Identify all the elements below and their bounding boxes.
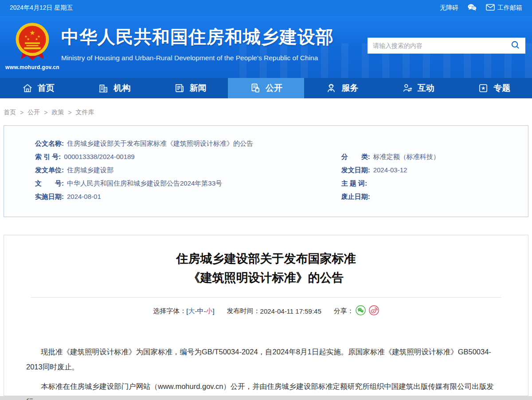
- nav-item-interaction[interactable]: 互动: [380, 78, 456, 98]
- article-title-line2: 《建筑照明设计标准》的公告: [4, 268, 528, 287]
- nav-label: 公开: [266, 82, 282, 94]
- nav-item-home[interactable]: 首页: [0, 78, 76, 98]
- info-label: 发文单位:: [35, 166, 64, 174]
- nav-item-services[interactable]: 服务: [304, 78, 380, 98]
- info-right-column: 分 类:标准定额（标准科技） 发文日期:2024-03-12 主 题 词: 废止…: [334, 137, 528, 217]
- article-title-line1: 住房城乡建设部关于发布国家标准: [4, 249, 528, 268]
- share-label: 分享：: [334, 307, 354, 315]
- search-icon: [511, 40, 520, 51]
- font-size-medium-button[interactable]: 中: [197, 307, 203, 315]
- site-url: www.mohurd.gov.cn: [5, 64, 59, 70]
- font-size-small-button[interactable]: 小: [206, 307, 212, 315]
- nav-label: 新闻: [190, 82, 207, 94]
- info-value: 标准定额（标准科技）: [373, 153, 440, 160]
- top-bar: 2024年4月12日 星期五 无障碍: [0, 0, 532, 16]
- breadcrumb-item-home[interactable]: 首页: [4, 109, 16, 117]
- nav-label: 机构: [113, 82, 130, 94]
- mail-icon: [486, 4, 495, 12]
- site-subtitle: Ministry of Housing and Urban-Rural Deve…: [61, 54, 334, 62]
- nav-label: 服务: [341, 82, 358, 94]
- interaction-icon: [402, 82, 413, 94]
- site-title-block: 中华人民共和国住房和城乡建设部 Ministry of Housing and …: [61, 21, 334, 62]
- organization-icon: [98, 82, 109, 94]
- info-row-repeal-date: 废止日期:: [341, 190, 528, 203]
- search-button[interactable]: [511, 40, 520, 51]
- home-icon: [22, 82, 33, 94]
- svg-text:★: ★: [30, 29, 35, 36]
- site-header: ★ ★ ★ ★ ★ www.mohurd.gov.cn 中华人民共和国住房和城乡…: [0, 16, 532, 78]
- info-label: 公文名称:: [35, 140, 64, 147]
- info-value: 2024-08-01: [67, 193, 101, 200]
- info-value: 2024-03-12: [373, 166, 407, 174]
- publish-time-label: 发布时间：: [227, 307, 260, 315]
- mailbox-label: 工作邮箱: [497, 4, 522, 12]
- wechat-icon: [467, 4, 477, 12]
- title-divider: [31, 297, 501, 298]
- accessibility-link[interactable]: 无障碍: [440, 4, 458, 12]
- accessibility-label: 无障碍: [440, 4, 458, 12]
- info-value: 000013338/2024-00189: [64, 153, 134, 160]
- service-icon: [325, 82, 337, 94]
- info-value: 住房城乡建设部关于发布国家标准《建筑照明设计标准》的公告: [67, 140, 253, 147]
- publish-time-value: 2024-04-11 17:59:45: [260, 307, 321, 315]
- document-info-box: 公文名称:住房城乡建设部关于发布国家标准《建筑照明设计标准》的公告 索 引 号:…: [4, 125, 528, 217]
- wechat-share-icon[interactable]: [356, 305, 366, 317]
- breadcrumb: 首页 > 公开 > 政策 > 文件库: [0, 98, 532, 125]
- svg-text:★: ★: [35, 37, 38, 41]
- svg-text:★: ★: [481, 85, 486, 91]
- info-row-category: 分 类:标准定额（标准科技）: [341, 150, 528, 163]
- info-row-title: 公文名称:住房城乡建设部关于发布国家标准《建筑照明设计标准》的公告: [35, 137, 334, 150]
- info-row-issuing-unit: 发文单位:住房城乡建设部: [35, 163, 334, 177]
- nav-item-disclosure[interactable]: 公开: [228, 78, 304, 98]
- topic-icon: ★: [477, 82, 489, 94]
- article-content: 现批准《建筑照明设计标准》为国家标准，编号为GB/T50034-2024，自20…: [4, 344, 528, 400]
- topbar-links: 无障碍 工作邮箱: [440, 4, 522, 12]
- breadcrumb-separator: >: [44, 109, 47, 116]
- wechat-link[interactable]: [467, 4, 477, 12]
- breadcrumb-item-policy[interactable]: 政策: [51, 109, 64, 117]
- info-row-doc-number: 文 号:中华人民共和国住房和城乡建设部公告2024年第33号: [35, 177, 334, 190]
- nav-item-topics[interactable]: ★ 专题: [456, 78, 532, 98]
- article-box: 住房城乡建设部关于发布国家标准 《建筑照明设计标准》的公告 选择字体： [ 大 …: [4, 235, 528, 396]
- page-bottom-strip: [0, 396, 532, 400]
- share-icons: [356, 305, 379, 317]
- weibo-share-icon[interactable]: [369, 305, 379, 317]
- info-label: 分 类:: [341, 153, 370, 160]
- article-title: 住房城乡建设部关于发布国家标准 《建筑照明设计标准》的公告: [4, 249, 528, 287]
- nav-label: 首页: [38, 82, 55, 94]
- info-row-index-number: 索 引 号:000013338/2024-00189: [35, 150, 334, 163]
- news-icon: [174, 82, 185, 94]
- main-nav: 首页 机构 新闻: [0, 78, 532, 98]
- breadcrumb-separator: >: [20, 109, 23, 116]
- info-value: 住房城乡建设部: [67, 166, 113, 174]
- info-row-effective-date: 实施日期:2024-08-01: [35, 190, 334, 203]
- search-box: [368, 38, 525, 54]
- info-row-issue-date: 发文日期:2024-03-12: [341, 163, 528, 177]
- site-title: 中华人民共和国住房和城乡建设部: [61, 25, 334, 49]
- search-input[interactable]: [373, 42, 511, 49]
- emblem-column: ★ ★ ★ ★ ★ www.mohurd.gov.cn: [6, 21, 59, 70]
- nav-label: 互动: [418, 82, 434, 94]
- info-label: 索 引 号:: [35, 153, 61, 160]
- nav-item-news[interactable]: 新闻: [152, 78, 228, 98]
- work-mailbox-link[interactable]: 工作邮箱: [486, 4, 522, 12]
- bracket-close: ]: [212, 307, 214, 315]
- info-label: 发文日期:: [341, 166, 370, 174]
- national-emblem-icon: ★ ★ ★ ★ ★: [13, 21, 51, 64]
- breadcrumb-separator: >: [68, 109, 71, 116]
- nav-item-organization[interactable]: 机构: [76, 78, 152, 98]
- disclosure-icon: [250, 82, 261, 94]
- info-label: 废止日期:: [341, 193, 370, 200]
- info-left-column: 公文名称:住房城乡建设部关于发布国家标准《建筑照明设计标准》的公告 索 引 号:…: [4, 137, 334, 217]
- info-label: 实施日期:: [35, 193, 64, 200]
- info-value: 中华人民共和国住房和城乡建设部公告2024年第33号: [67, 179, 222, 187]
- breadcrumb-item-disclosure[interactable]: 公开: [27, 109, 40, 117]
- svg-text:★: ★: [27, 37, 30, 41]
- info-row-subject-words: 主 题 词:: [341, 177, 528, 190]
- info-label: 文 号:: [35, 179, 64, 187]
- current-date: 2024年4月12日 星期五: [10, 4, 73, 12]
- font-size-large-button[interactable]: 大: [188, 307, 195, 315]
- font-select-label: 选择字体：: [153, 307, 186, 315]
- breadcrumb-item-library[interactable]: 文件库: [76, 109, 94, 117]
- article-meta-row: 选择字体： [ 大 - 中 - 小 ] 发布时间： 2024-04-11 17:…: [4, 305, 528, 317]
